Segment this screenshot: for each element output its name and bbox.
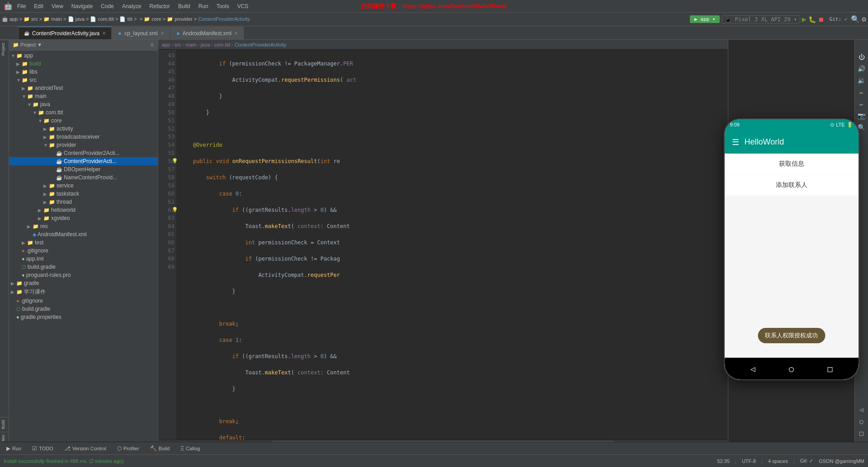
status-position: 52:35 — [717, 458, 730, 464]
tree-item-proguard[interactable]: ▶ ● proguard-rules.pro — [9, 271, 158, 279]
tree-label-manifest-file: AndroidManifest.xml — [38, 231, 87, 238]
build-icon: 🔨 — [150, 445, 157, 452]
run-config-dropdown[interactable]: ▶ app ▾ — [690, 15, 720, 23]
tab-close-cp[interactable]: ✕ — [160, 31, 164, 36]
tree-item-gitignore-root[interactable]: ▶ ● .gitignore — [9, 297, 158, 305]
tree-item-broadcastreceiver[interactable]: ▶ 📁 broadcastreceiver — [9, 133, 158, 141]
build-label[interactable]: Build — [0, 417, 9, 432]
menu-item-refactor[interactable]: Refactor — [146, 2, 174, 10]
tree-item-src[interactable]: ▼ 📁 src — [9, 76, 158, 84]
back-icon[interactable]: ◁ — [859, 406, 863, 413]
volume-down-icon[interactable]: 🔉 — [858, 77, 865, 84]
callog-btn[interactable]: Ξ Callog — [178, 444, 203, 453]
tree-item-xuexikejian[interactable]: ▶ 📁 学习课件 — [9, 287, 158, 297]
project-label[interactable]: Project — [0, 40, 9, 58]
menu-item-tools[interactable]: Tools — [213, 2, 233, 10]
hamburger-icon[interactable]: ☰ — [732, 137, 739, 147]
tree-item-main[interactable]: ▼ 📁 main — [9, 92, 158, 100]
code-lines: if (permissionCheck != PackageManager.PE… — [176, 50, 728, 440]
profiler-btn[interactable]: ⬡ Profiler — [114, 444, 142, 453]
build-btn[interactable]: 🔨 Build — [147, 444, 172, 453]
tree-item-libs[interactable]: ▶ 📁 libs — [9, 68, 158, 76]
phone-recents-btn[interactable]: □ — [827, 364, 832, 374]
tab-java[interactable]: ☕ ContentProviderActivity.java ✕ — [18, 27, 112, 39]
left-sidebar-labels: Project Build Favorites — [0, 40, 9, 454]
menu-item-build[interactable]: Build — [175, 2, 194, 10]
profiler-label: Profiler — [123, 446, 139, 451]
menu-item-view[interactable]: View — [48, 2, 67, 10]
phone-frame: 9:09 ⊙ LTE 🔋 ☰ HelloWorld 获取信息 添 — [724, 118, 859, 380]
tree-options[interactable]: ⚙ — [150, 42, 154, 47]
edit-icon-1[interactable]: ✏ — [859, 89, 863, 96]
tab-close-java[interactable]: ✕ — [102, 31, 106, 36]
tree-label-test: test — [35, 239, 43, 246]
menu-item-navigate[interactable]: Navigate — [68, 2, 96, 10]
tree-item-res[interactable]: ▶ 📁 res — [9, 222, 158, 230]
tab-cp-layout[interactable]: ◈ cp_layout.xml ✕ — [112, 27, 170, 39]
tree-item-buildgradle-root[interactable]: ▶ ⬡ build.gradle — [9, 305, 158, 313]
menu-item-file[interactable]: File — [14, 2, 29, 10]
tree-item-dbopenhelper[interactable]: ▶ ☕ DBOpenHelper — [9, 165, 158, 173]
tree-item-thread[interactable]: ▶ 📁 thread — [9, 198, 158, 206]
version-control-btn[interactable]: ⎇ Version Control — [61, 444, 109, 453]
project-header-label: 📁 Project ▼ — [13, 42, 42, 48]
camera-icon[interactable]: 📷 — [858, 112, 865, 119]
phone-home-btn[interactable]: ○ — [789, 364, 794, 374]
menu-item-analyze[interactable]: Analyze — [118, 2, 145, 10]
tree-item-taskstack[interactable]: ▶ 📁 taskstack — [9, 190, 158, 198]
menu-item-vcs[interactable]: VCS — [234, 2, 252, 10]
run-button[interactable]: ▶ — [802, 15, 807, 23]
tab-manifest[interactable]: ◈ AndroidManifest.xml ✕ — [170, 27, 244, 39]
tree-item-androidtest[interactable]: ▶ 📁 androidTest — [9, 84, 158, 92]
tab-close-manifest[interactable]: ✕ — [234, 31, 238, 36]
menu-item-code[interactable]: Code — [97, 2, 118, 10]
menu-item-run[interactable]: Run — [195, 2, 212, 10]
recents-icon[interactable]: □ — [859, 430, 863, 437]
bc-app: app — [162, 42, 170, 47]
tree-item-comttit[interactable]: ▼ 📁 com.ttit — [9, 108, 158, 117]
tree-label-core: core — [51, 117, 61, 124]
tree-label-proguard: proguard-rules.pro — [26, 272, 71, 278]
code-content[interactable]: 4344454647 4849505152 5354555657 5859606… — [158, 50, 728, 440]
device-dropdown[interactable]: 📱 Pixel 3 XL API 29 ▾ — [722, 15, 800, 23]
tree-item-app[interactable]: ▼ 📁 app — [9, 51, 158, 60]
volume-up-icon[interactable]: 🔊 — [858, 65, 865, 72]
search-button[interactable]: 🔍 — [851, 15, 860, 23]
phone-btn-get-info[interactable]: 获取信息 — [725, 154, 859, 174]
run-btn[interactable]: ▶ Run — [4, 444, 24, 453]
tree-item-core[interactable]: ▼ 📁 core — [9, 117, 158, 125]
tree-item-gradleprops[interactable]: ▶ ● gradle.properties — [9, 313, 158, 321]
tree-item-activity[interactable]: ▶ 📁 activity — [9, 125, 158, 133]
phone-back-btn[interactable]: ◁ — [750, 364, 755, 374]
menu-item-edit[interactable]: Edit — [30, 2, 47, 10]
build-label: Build — [159, 446, 170, 451]
tree-item-appiml[interactable]: ▶ ● app.iml — [9, 255, 158, 263]
tree-item-xgvideo[interactable]: ▶ 📁 xgvideo — [9, 214, 158, 222]
tree-item-test[interactable]: ▶ 📁 test — [9, 238, 158, 247]
debug-button[interactable]: 🐛 — [808, 16, 816, 23]
tree-item-cp2activity[interactable]: ▶ ☕ ContentProvider2Acti... — [9, 149, 158, 157]
java-icon: ☕ — [24, 31, 29, 36]
home-icon[interactable]: ○ — [859, 418, 863, 425]
power-icon[interactable]: ⏻ — [859, 53, 865, 61]
tree-item-build[interactable]: ▶ 📁 build — [9, 60, 158, 68]
phone-btn-add-contact[interactable]: 添加联系人 — [725, 175, 859, 196]
tree-item-namecp[interactable]: ▶ ☕ NameContentProvid... — [9, 173, 158, 182]
tree-item-gitignore1[interactable]: ▶ ● .gitignore — [9, 247, 158, 255]
tree-item-gradle[interactable]: ▶ 📁 gradle — [9, 279, 158, 287]
tree-item-cpactivity[interactable]: ▶ ☕ ContentProviderActi... — [9, 157, 158, 165]
tree-item-java[interactable]: ▼ 📁 java — [9, 100, 158, 108]
settings-button[interactable]: ⚙ — [862, 15, 866, 23]
tree-item-provider[interactable]: ▼ 📁 provider — [9, 141, 158, 149]
todo-btn[interactable]: ☑ TODO — [29, 444, 56, 453]
tree-item-buildgradle1[interactable]: ▶ ⬡ build.gradle — [9, 263, 158, 271]
status-sep-2: | — [761, 458, 763, 464]
phone-status-bar: 9:09 ⊙ LTE 🔋 — [725, 119, 859, 130]
tree-item-helloworld[interactable]: ▶ 📁 helloworld — [9, 206, 158, 214]
tree-label-buildgradle1: build.gradle — [28, 264, 56, 270]
stop-button[interactable]: ⏹ — [818, 16, 824, 23]
tree-item-manifest[interactable]: ▶ ◈ AndroidManifest.xml — [9, 230, 158, 238]
edit-icon-2[interactable]: ✏ — [859, 100, 863, 107]
tree-item-service[interactable]: ▶ 📁 service — [9, 182, 158, 190]
project-tree-header[interactable]: 📁 Project ▼ ⚙ — [9, 40, 158, 51]
